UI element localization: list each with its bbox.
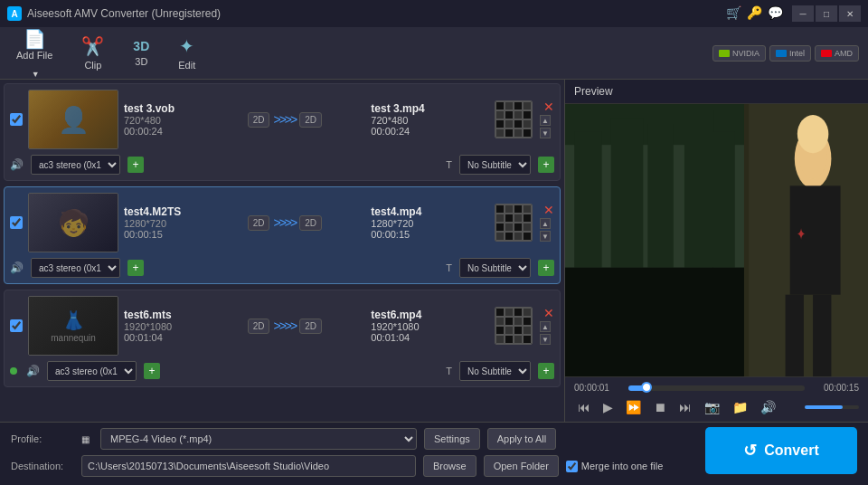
destination-input[interactable]: C:\Users\20150713\Documents\Aiseesoft St… bbox=[81, 455, 416, 477]
file-checkbox-3[interactable] bbox=[10, 319, 23, 332]
close-row-2[interactable]: ✕ bbox=[543, 204, 554, 216]
scroll-down-1[interactable]: ▼ bbox=[540, 128, 551, 138]
browse-button[interactable]: Browse bbox=[423, 455, 476, 477]
settings-button[interactable]: Settings bbox=[424, 428, 480, 450]
file-checkbox-1[interactable] bbox=[10, 113, 23, 126]
clip-button[interactable]: ✂️ Clip bbox=[74, 32, 111, 74]
file-row-bottom-1: 🔊 ac3 stereo (0x1 + T No Subtitle + bbox=[10, 155, 554, 175]
arrow-icon-1: >>>> bbox=[273, 112, 296, 127]
subtitle-select-3[interactable]: No Subtitle bbox=[459, 361, 531, 381]
file-in-name-3: test6.mts bbox=[124, 309, 242, 321]
svg-point-15 bbox=[797, 115, 829, 153]
audio-select-2[interactable]: ac3 stereo (0x1 bbox=[31, 258, 120, 278]
out-badge-1: 2D bbox=[299, 112, 322, 128]
add-file-button[interactable]: 📄 Add File ▼ bbox=[9, 24, 60, 82]
screenshot-button[interactable]: 📷 bbox=[701, 398, 723, 416]
scroll-up-3[interactable]: ▲ bbox=[540, 321, 551, 332]
file-in-dim-3: 1920*1080 bbox=[124, 321, 242, 332]
file-thumbnail-3: 👗 mannequin bbox=[28, 296, 118, 356]
bottom-bar: Profile: ▦ MPEG-4 Video (*.mp4) Settings… bbox=[0, 422, 868, 485]
add-subtitle-1[interactable]: + bbox=[538, 157, 554, 173]
play-button[interactable]: ▶ bbox=[599, 398, 617, 416]
subtitle-icon-2: T bbox=[446, 262, 452, 273]
svg-rect-7 bbox=[565, 268, 758, 376]
intel-button[interactable]: Intel bbox=[769, 45, 811, 62]
audio-select-1[interactable]: ac3 stereo (0x1 bbox=[31, 155, 120, 175]
nvidia-label: NVIDIA bbox=[732, 49, 760, 58]
clip-icon: ✂️ bbox=[81, 35, 104, 57]
file-input-info-3: test6.mts 1920*1080 00:01:04 bbox=[124, 309, 242, 343]
dot-indicator-3 bbox=[10, 367, 17, 375]
time-current: 00:00:01 bbox=[574, 383, 621, 393]
file-in-dur-2: 00:00:15 bbox=[124, 229, 242, 240]
file-thumbnail-2: 🧒 bbox=[28, 193, 118, 252]
time-bar: 00:00:01 00:00:15 bbox=[574, 383, 859, 393]
close-row-3[interactable]: ✕ bbox=[543, 307, 554, 319]
out-badge-3: 2D bbox=[299, 319, 322, 334]
file-out-info-1: test 3.mp4 720*480 00:00:24 bbox=[371, 102, 489, 137]
row-scroll-1: ✕ ▲ ▼ bbox=[540, 100, 554, 138]
fast-forward-button[interactable]: ⏩ bbox=[622, 398, 645, 416]
file-checkbox-2[interactable] bbox=[10, 216, 23, 229]
volume-bar[interactable] bbox=[805, 405, 859, 409]
folder-button[interactable]: 📁 bbox=[729, 398, 751, 416]
file-out-dur-3: 00:01:04 bbox=[371, 332, 489, 343]
progress-bar[interactable] bbox=[628, 385, 805, 391]
toolbar: 📄 Add File ▼ ✂️ Clip 3D 3D ✦ Edit NVIDIA… bbox=[0, 27, 868, 80]
svg-rect-6 bbox=[712, 131, 734, 268]
scroll-down-3[interactable]: ▼ bbox=[540, 334, 551, 345]
subtitle-icon-3: T bbox=[446, 366, 452, 376]
3d-label: 3D bbox=[135, 56, 147, 67]
preview-panel: Preview bbox=[565, 80, 868, 422]
minimize-button[interactable]: ─ bbox=[792, 5, 814, 22]
row-scroll-3: ✕ ▲ ▼ bbox=[540, 307, 554, 345]
scroll-down-2[interactable]: ▼ bbox=[540, 231, 551, 242]
add-subtitle-2[interactable]: + bbox=[538, 260, 554, 276]
amd-icon bbox=[821, 50, 832, 57]
file-out-name-1: test 3.mp4 bbox=[371, 102, 489, 115]
file-out-name-2: test4.mp4 bbox=[371, 205, 489, 218]
file-out-info-3: test6.mp4 1920*1080 00:01:04 bbox=[371, 309, 489, 343]
audio-select-3[interactable]: ac3 stereo (0x1 bbox=[47, 361, 137, 381]
open-folder-button[interactable]: Open Folder bbox=[484, 455, 559, 477]
nvidia-button[interactable]: NVIDIA bbox=[712, 45, 766, 62]
add-audio-3[interactable]: + bbox=[144, 363, 160, 379]
thumb-placeholder-3: 👗 mannequin bbox=[29, 297, 118, 355]
subtitle-select-1[interactable]: No Subtitle bbox=[459, 155, 531, 175]
svg-rect-2 bbox=[574, 131, 601, 268]
scroll-up-2[interactable]: ▲ bbox=[540, 218, 551, 229]
merge-checkbox[interactable] bbox=[566, 461, 578, 472]
merge-label: Merge into one file bbox=[566, 461, 664, 472]
subtitle-select-2[interactable]: No Subtitle bbox=[459, 258, 531, 278]
profile-select[interactable]: MPEG-4 Video (*.mp4) bbox=[100, 428, 417, 450]
edit-button[interactable]: ✦ Edit bbox=[171, 32, 203, 74]
add-audio-1[interactable]: + bbox=[127, 157, 144, 173]
mp4-icon: ▦ bbox=[81, 434, 90, 444]
cart-icon: 🛒 bbox=[726, 5, 741, 22]
volume-button[interactable]: 🔊 bbox=[757, 398, 779, 416]
main-content: 👤 test 3.vob 720*480 00:00:24 2D >>>> 2D… bbox=[0, 80, 868, 422]
apply-all-button[interactable]: Apply to All bbox=[487, 428, 556, 450]
file-out-dur-2: 00:00:15 bbox=[371, 229, 489, 240]
profile-label: Profile: bbox=[11, 433, 74, 444]
close-row-1[interactable]: ✕ bbox=[543, 100, 554, 113]
close-button[interactable]: ✕ bbox=[839, 5, 861, 22]
amd-button[interactable]: AMD bbox=[815, 45, 859, 62]
scroll-up-1[interactable]: ▲ bbox=[540, 115, 551, 126]
titlebar: A Aiseesoft AMV Converter (Unregistered)… bbox=[0, 0, 868, 27]
film-icon-3 bbox=[495, 307, 533, 345]
speaker-icon-2: 🔊 bbox=[10, 262, 24, 274]
stop-button[interactable]: ⏹ bbox=[650, 398, 670, 416]
convert-button[interactable]: ↺ Convert bbox=[705, 427, 857, 474]
file-row-top-2: 🧒 test4.M2TS 1280*720 00:00:15 2D >>>> 2… bbox=[10, 193, 554, 252]
skip-end-button[interactable]: ⏭ bbox=[675, 398, 695, 416]
add-file-icon: 📄 bbox=[24, 28, 46, 50]
arrow-icon-2: >>>> bbox=[273, 215, 296, 230]
conversion-section-2: 2D >>>> 2D bbox=[248, 215, 366, 231]
3d-button[interactable]: 3D 3D bbox=[126, 35, 156, 71]
skip-start-button[interactable]: ⏮ bbox=[574, 398, 594, 416]
add-audio-2[interactable]: + bbox=[127, 260, 144, 276]
maximize-button[interactable]: □ bbox=[816, 5, 837, 22]
convert-label: Convert bbox=[764, 442, 818, 459]
add-subtitle-3[interactable]: + bbox=[538, 363, 554, 379]
